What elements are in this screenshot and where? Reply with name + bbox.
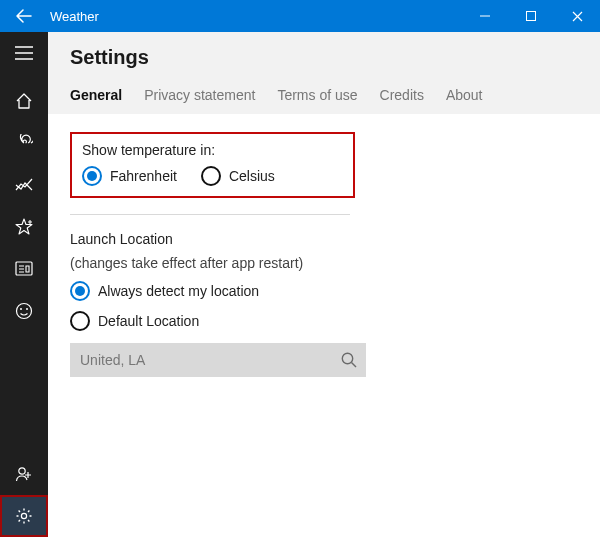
back-arrow-icon (16, 8, 32, 24)
home-icon (15, 92, 33, 110)
launch-note: (changes take effect after app restart) (70, 255, 578, 271)
search-value: United, LA (80, 352, 340, 368)
radio-icon (70, 311, 90, 331)
minimize-button[interactable] (462, 0, 508, 32)
settings-header: Settings General Privacy statement Terms… (48, 32, 600, 114)
divider (70, 214, 350, 215)
launch-label: Launch Location (70, 231, 578, 247)
svg-line-9 (352, 363, 357, 368)
svg-point-5 (26, 308, 28, 310)
settings-tabs: General Privacy statement Terms of use C… (70, 87, 578, 113)
trend-icon (15, 176, 33, 194)
titlebar: Weather (0, 0, 600, 32)
radio-label: Celsius (229, 168, 275, 184)
sidebar (0, 32, 48, 537)
location-search-input[interactable]: United, LA (70, 343, 366, 377)
tab-credits[interactable]: Credits (380, 87, 424, 103)
tab-terms[interactable]: Terms of use (277, 87, 357, 103)
radio-label: Fahrenheit (110, 168, 177, 184)
feedback-icon (15, 302, 33, 320)
radio-icon (201, 166, 221, 186)
sidebar-favorites[interactable] (0, 206, 48, 248)
radio-icon (82, 166, 102, 186)
svg-rect-1 (527, 12, 536, 21)
radar-icon (15, 134, 33, 152)
favorites-icon (15, 218, 33, 236)
radio-label: Always detect my location (98, 283, 259, 299)
news-icon (15, 261, 33, 277)
search-icon (340, 351, 358, 369)
maximize-button[interactable] (508, 0, 554, 32)
svg-point-3 (17, 304, 32, 319)
svg-point-6 (19, 468, 25, 474)
close-button[interactable] (554, 0, 600, 32)
maximize-icon (526, 11, 536, 21)
sidebar-feedback[interactable] (0, 290, 48, 332)
sidebar-settings[interactable] (0, 495, 48, 537)
radio-always-detect[interactable]: Always detect my location (70, 281, 578, 301)
back-button[interactable] (0, 0, 48, 32)
radio-icon (70, 281, 90, 301)
close-icon (572, 11, 583, 22)
sidebar-trends[interactable] (0, 164, 48, 206)
sidebar-news[interactable] (0, 248, 48, 290)
svg-point-4 (20, 308, 22, 310)
radio-fahrenheit[interactable]: Fahrenheit (82, 166, 177, 186)
tab-general[interactable]: General (70, 87, 122, 103)
settings-body: Show temperature in: Fahrenheit Celsius … (48, 114, 600, 395)
menu-icon (15, 46, 33, 60)
svg-point-8 (342, 353, 352, 363)
minimize-icon (480, 11, 490, 21)
app-title: Weather (48, 9, 99, 24)
sidebar-menu[interactable] (0, 32, 48, 74)
tab-about[interactable]: About (446, 87, 483, 103)
temperature-section: Show temperature in: Fahrenheit Celsius (70, 132, 355, 198)
sidebar-radar[interactable] (0, 122, 48, 164)
svg-point-7 (21, 513, 26, 518)
window-controls (462, 0, 600, 32)
temperature-label: Show temperature in: (82, 142, 343, 158)
contact-icon (15, 465, 33, 483)
sidebar-contact[interactable] (0, 453, 48, 495)
radio-celsius[interactable]: Celsius (201, 166, 275, 186)
tab-privacy[interactable]: Privacy statement (144, 87, 255, 103)
sidebar-home[interactable] (0, 80, 48, 122)
radio-default-location[interactable]: Default Location (70, 311, 578, 331)
page-title: Settings (70, 46, 578, 69)
settings-icon (15, 507, 33, 525)
radio-label: Default Location (98, 313, 199, 329)
settings-panel: Settings General Privacy statement Terms… (48, 32, 600, 537)
